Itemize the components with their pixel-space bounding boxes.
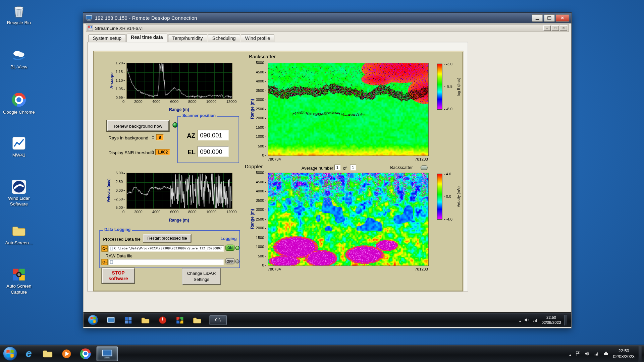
renew-background-led[interactable] <box>172 122 178 128</box>
velocity-x-ticks: 020004000600080001000012000 <box>122 210 236 214</box>
taskbar-internet-explorer-icon[interactable]: e <box>21 346 37 361</box>
tab-wind-profile[interactable]: Wind profile <box>240 35 274 42</box>
tick-label: 10000 <box>206 100 217 104</box>
tab-temp-humidity[interactable]: Temp/humidity <box>168 35 207 42</box>
remote-tray-expand-icon[interactable] <box>519 316 521 323</box>
tick-label: 0 <box>262 153 266 157</box>
stop-software-button[interactable]: STOP software <box>102 268 135 284</box>
remote-taskbar-capture-app-icon[interactable] <box>175 315 185 325</box>
show-desktop-button[interactable] <box>639 345 642 362</box>
average-number-label: Average number <box>302 165 333 170</box>
doppler-colorbar-label: Velocity (m/s) <box>457 174 461 220</box>
raw-drive-selector[interactable]: C <box>101 259 107 265</box>
rays-spinner[interactable] <box>151 134 155 140</box>
data-logging-title: Data Logging <box>103 227 132 232</box>
doppler-colorbar <box>437 174 442 220</box>
processed-drive-selector[interactable]: C <box>101 245 107 251</box>
desktop-icon-label: Wind Lidar Software <box>1 196 37 207</box>
tab-scheduling[interactable]: Scheduling <box>208 35 240 42</box>
taskbar-media-player-icon[interactable] <box>59 346 74 361</box>
tick-label: 5.00 <box>116 171 125 175</box>
rdp-titlebar[interactable]: 192.168.0.150 - Remote Desktop Connectio… <box>84 13 572 23</box>
taskbar-chrome-icon[interactable] <box>77 346 93 361</box>
remote-taskbar-blue-grid-icon[interactable] <box>123 315 133 325</box>
tab-bar: System setup Real time data Temp/humidit… <box>88 33 275 42</box>
average-count-field[interactable]: 1 <box>350 165 356 170</box>
doppler-plot-title: Doppler <box>245 164 263 170</box>
tick-label: -5.5 <box>444 84 452 88</box>
remote-taskbar-yellow-app-icon[interactable] <box>141 315 150 325</box>
rdp-restore-button[interactable] <box>544 14 555 21</box>
velocity-y-axis-label: Velocity (m/s) <box>106 173 111 208</box>
rdp-close-button[interactable]: ✕ <box>556 14 569 21</box>
tick-label: 4500 <box>256 70 266 74</box>
tick-label: -2.50 <box>114 197 125 201</box>
az-label: AZ <box>187 132 195 139</box>
ascope-x-axis-label: Range (m) <box>159 107 200 112</box>
desktop-icon-mw41[interactable]: MW41 <box>1 135 37 158</box>
remote-network-icon[interactable] <box>533 317 538 323</box>
file-icon <box>110 260 113 264</box>
remote-taskbar-cmd-window-button[interactable]: C:\ <box>209 315 226 325</box>
raw-path-field[interactable] <box>109 259 224 265</box>
app-titlebar[interactable]: StreamLine XR v14-6.vi – □ ✕ <box>86 24 569 32</box>
raw-data-file-label: RAW Data file <box>106 253 132 258</box>
tick-label: 12000 <box>226 100 237 104</box>
taskbar-explorer-icon[interactable] <box>40 346 56 361</box>
stop-line1: STOP <box>112 270 125 276</box>
tick-label: 5000 <box>256 171 266 175</box>
tick-label: -5.00 <box>114 205 125 209</box>
of-label: of <box>343 165 346 170</box>
remote-taskbar-folder-icon[interactable] <box>192 315 202 325</box>
desktop-icon-wind-lidar[interactable]: Wind Lidar Software <box>1 179 37 207</box>
rdp-minimize-button[interactable] <box>532 14 543 21</box>
backscatter-colorbar-ticks: -3.0-5.5-8.0 <box>444 62 452 111</box>
az-value-field[interactable]: 090.001 <box>198 130 229 140</box>
volume-icon[interactable] <box>585 351 590 356</box>
desktop-icon-label: Recycle Bin <box>1 20 37 26</box>
backscatter-y-axis-label: Range (m) <box>250 63 255 155</box>
mw41-icon <box>11 135 27 151</box>
rays-in-background-label: Rays in background <box>108 135 148 140</box>
tray-expand-icon[interactable] <box>569 350 571 357</box>
desktop-icon-bl-view[interactable]: BL-View <box>1 48 37 70</box>
change-lidar-settings-button[interactable]: Change LiDAR Settings <box>182 268 221 285</box>
remote-taskbar-explorer-icon[interactable] <box>106 315 116 325</box>
tab-system-setup[interactable]: System setup <box>88 35 126 42</box>
app-close-button[interactable]: ✕ <box>560 25 567 31</box>
snr-value-field[interactable]: 1.002 <box>155 149 170 155</box>
desktop-icon-google-chrome[interactable]: Google Chrome <box>1 92 37 115</box>
action-center-flag-icon[interactable] <box>575 351 581 356</box>
remote-volume-icon[interactable] <box>524 317 530 323</box>
snr-spinner[interactable] <box>150 149 154 155</box>
remote-show-desktop-button[interactable] <box>564 315 567 325</box>
network-icon[interactable] <box>594 351 599 356</box>
tab-real-time-data[interactable]: Real time data <box>126 34 167 42</box>
rays-value-field[interactable]: 8 <box>156 134 163 140</box>
el-value-field[interactable]: 090.000 <box>198 146 229 157</box>
processed-path-field[interactable]: C:\Lidar\Data\Proc\2023\202308\20230802\… <box>109 245 224 251</box>
tick-label: 2000 <box>134 210 143 214</box>
taskbar-rdp-window-button[interactable] <box>97 346 118 361</box>
recycle-bin-icon <box>11 3 27 19</box>
lv-panel: Backscatter A-scope 1.201.151.101.050.99… <box>93 51 463 292</box>
eject-device-icon[interactable] <box>603 351 609 356</box>
backscatter-toggle[interactable] <box>421 165 428 170</box>
renew-background-button[interactable]: Renew background now <box>107 120 169 131</box>
remote-taskbar-power-app-icon[interactable] <box>158 315 167 325</box>
logging-label: Logging <box>221 236 237 241</box>
remote-desktop: StreamLine XR v14-6.vi – □ ✕ System setu… <box>84 23 572 328</box>
start-button[interactable] <box>2 346 17 361</box>
app-restore-button[interactable]: □ <box>551 25 559 31</box>
desktop-icon-auto-screen-capture[interactable]: Auto Screen Capture <box>1 267 37 295</box>
desktop-icon-recycle-bin[interactable]: Recycle Bin <box>1 3 37 26</box>
remote-clock[interactable]: 22:50 02/08/2023 <box>541 315 561 325</box>
raw-logging-switch[interactable]: OFF <box>225 258 239 264</box>
app-minimize-button[interactable]: – <box>543 25 551 31</box>
taskbar-clock[interactable]: 22:50 02/08/2023 <box>613 348 634 359</box>
restart-processed-file-button[interactable]: Restart processed file <box>143 234 191 242</box>
desktop-icon-autoscreen-folder[interactable]: AutoScreen... <box>1 223 37 246</box>
processed-logging-switch[interactable]: ON <box>225 245 239 251</box>
remote-start-button[interactable] <box>88 314 99 325</box>
average-number-field[interactable]: 1 <box>334 165 340 170</box>
